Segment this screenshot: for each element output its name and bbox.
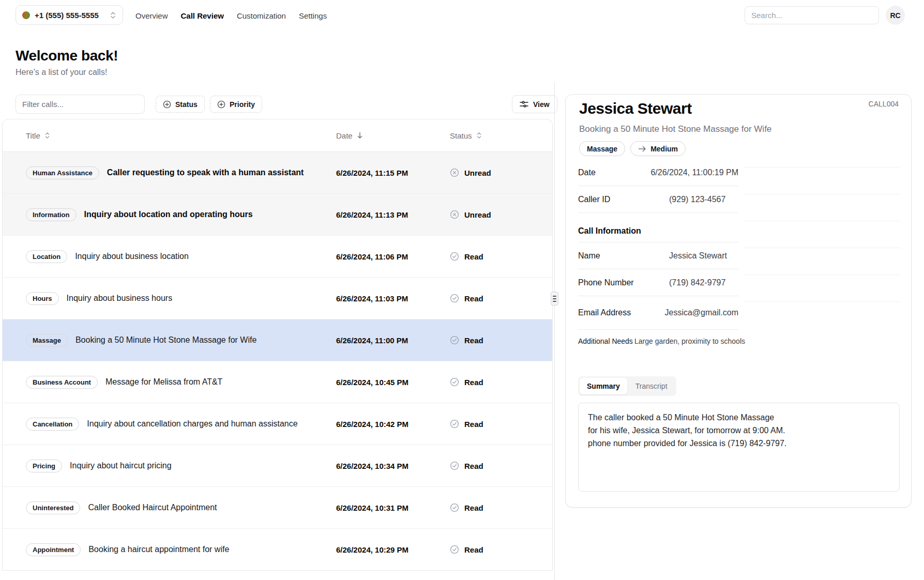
- call-subtitle: Booking a 50 Minute Hot Stone Massage fo…: [579, 124, 771, 134]
- row-call-status: Read: [450, 294, 552, 303]
- row-call-title: Booking a 50 Minute Hot Stone Massage fo…: [75, 335, 256, 345]
- row-category-badge: Massage: [26, 334, 68, 347]
- nav-call-review[interactable]: Call Review: [181, 11, 224, 20]
- call-detail-panel: Jessica Stewart CALL004 Booking a 50 Min…: [565, 94, 912, 508]
- panel-resize-handle[interactable]: [551, 292, 558, 306]
- circle-check-icon: [450, 419, 459, 429]
- filter-calls-input[interactable]: [16, 95, 145, 114]
- plus-circle-icon: [217, 100, 225, 109]
- table-row-pricing[interactable]: Pricing Inquiry about haircut pricing 6/…: [3, 445, 552, 487]
- circle-check-icon: [450, 545, 459, 554]
- faint-divider: [744, 274, 901, 275]
- tab-summary[interactable]: Summary: [580, 378, 627, 394]
- call-id-badge: CALL004: [869, 100, 899, 108]
- nav-customization[interactable]: Customization: [237, 11, 286, 20]
- row-call-status: Read: [450, 503, 552, 512]
- main-nav: OverviewCall ReviewCustomizationSettings: [135, 0, 327, 31]
- priority-badge: Medium: [630, 141, 686, 156]
- table-row-appointment[interactable]: Appointment Booking a haircut appointmen…: [3, 529, 552, 571]
- row-call-date: 6/26/2024, 11:03 PM: [336, 294, 450, 303]
- additional-needs-label: Additional Needs: [578, 333, 634, 349]
- detail-badges: Massage Medium: [579, 141, 686, 156]
- column-header-title[interactable]: Title: [3, 131, 336, 140]
- row-call-title: Caller requesting to speak with a human …: [107, 168, 304, 177]
- row-call-date: 6/26/2024, 10:29 PM: [336, 545, 450, 554]
- row-call-status: Unread: [450, 168, 552, 177]
- table-row-business-account[interactable]: Business Account Message for Melissa fro…: [3, 361, 552, 403]
- row-call-title: Caller Booked Haircut Appointment: [88, 503, 217, 512]
- row-call-status: Read: [450, 377, 552, 387]
- row-category-badge: Human Assistance: [26, 166, 99, 179]
- table-row-location[interactable]: Location Inquiry about business location…: [3, 236, 552, 278]
- row-call-title: Inquiry about haircut pricing: [70, 461, 172, 470]
- row-call-status: Read: [450, 461, 552, 470]
- avatar[interactable]: RC: [886, 6, 905, 25]
- field-row: Phone Number (719) 842-9797: [578, 269, 738, 296]
- additional-needs-value: Large garden, proximity to schools: [634, 333, 745, 349]
- row-call-date: 6/26/2024, 10:34 PM: [336, 462, 450, 470]
- row-call-date: 6/26/2024, 11:15 PM: [336, 169, 450, 177]
- summary-content: The caller booked a 50 Minute Hot Stone …: [578, 403, 900, 492]
- table-header: Title Date Status: [3, 119, 552, 152]
- table-row-hours[interactable]: Hours Inquiry about business hours 6/26/…: [3, 278, 552, 319]
- row-call-date: 6/26/2024, 10:31 PM: [336, 503, 450, 512]
- view-options-button[interactable]: View: [512, 95, 557, 113]
- page-subtitle: Here's a list of your calls!: [16, 68, 107, 77]
- field-row: Caller ID (929) 123-4567: [578, 186, 738, 213]
- row-call-title: Inquiry about location and operating hou…: [84, 210, 253, 219]
- row-call-status: Read: [450, 252, 552, 261]
- search-input[interactable]: [745, 6, 879, 24]
- table-row-information[interactable]: Information Inquiry about location and o…: [3, 194, 552, 236]
- row-category-badge: Appointment: [26, 543, 81, 556]
- column-header-date[interactable]: Date: [336, 131, 450, 140]
- category-badge: Massage: [579, 141, 625, 156]
- field-row: Date 6/26/2024, 11:00:19 PM: [578, 159, 738, 186]
- page-title: Welcome back!: [16, 48, 118, 64]
- summary-line: for his wife, Jessica Stewart, for tomor…: [588, 424, 890, 437]
- row-call-title: Inquiry about business location: [75, 252, 189, 261]
- arrow-right-icon: [638, 146, 646, 152]
- view-button-label: View: [533, 100, 550, 109]
- row-call-title: Booking a haircut appointment for wife: [88, 545, 229, 554]
- phone-number-selector[interactable]: +1 (555) 555-5555: [16, 5, 123, 25]
- table-row-human-assistance[interactable]: Human Assistance Caller requesting to sp…: [3, 152, 552, 194]
- table-row-cancellation[interactable]: Cancellation Inquiry about cancellation …: [3, 403, 552, 445]
- calls-table: Title Date Status Human Assistance: [2, 119, 553, 571]
- tab-transcript[interactable]: Transcript: [628, 378, 675, 394]
- nav-settings[interactable]: Settings: [299, 11, 327, 20]
- field-row: Email Address Jessica@gmail.com: [578, 296, 738, 330]
- column-header-status[interactable]: Status: [450, 131, 552, 140]
- row-category-badge: Pricing: [26, 460, 62, 472]
- table-row-massage[interactable]: Massage Booking a 50 Minute Hot Stone Ma…: [3, 319, 552, 361]
- circle-check-icon: [450, 503, 459, 512]
- caller-name-heading: Jessica Stewart: [579, 100, 692, 117]
- priority-filter-button[interactable]: Priority: [210, 96, 262, 113]
- app-window: +1 (555) 555-5555 OverviewCall ReviewCus…: [0, 0, 924, 580]
- faint-divider: [744, 301, 901, 302]
- status-filter-button[interactable]: Status: [156, 96, 205, 113]
- priority-filter-label: Priority: [230, 100, 255, 109]
- circle-x-icon: [450, 210, 459, 219]
- sort-desc-icon: [357, 132, 363, 139]
- circle-check-icon: [450, 335, 459, 345]
- sort-icon: [44, 132, 50, 139]
- panel-divider: [554, 83, 555, 580]
- row-category-badge: Information: [26, 208, 77, 221]
- nav-overview[interactable]: Overview: [135, 11, 168, 20]
- table-row-uninterested[interactable]: Uninterested Caller Booked Haircut Appoi…: [3, 487, 552, 529]
- phone-status-dot-icon: [22, 11, 30, 19]
- row-category-badge: Cancellation: [26, 418, 79, 431]
- row-call-status: Unread: [450, 210, 552, 219]
- faint-divider: [744, 194, 901, 194]
- faint-divider: [744, 167, 901, 167]
- row-category-badge: Uninterested: [26, 501, 80, 514]
- row-call-date: 6/26/2024, 11:00 PM: [336, 336, 450, 345]
- status-filter-label: Status: [175, 100, 198, 109]
- sliders-icon: [520, 100, 528, 108]
- summary-line: The caller booked a 50 Minute Hot Stone …: [588, 411, 890, 424]
- table-body: Human Assistance Caller requesting to sp…: [3, 152, 552, 571]
- additional-needs-row: Additional Needs Large garden, proximity…: [578, 333, 888, 349]
- circle-check-icon: [450, 461, 459, 470]
- row-call-title: Inquiry about business hours: [67, 294, 173, 303]
- faint-divider: [744, 221, 901, 221]
